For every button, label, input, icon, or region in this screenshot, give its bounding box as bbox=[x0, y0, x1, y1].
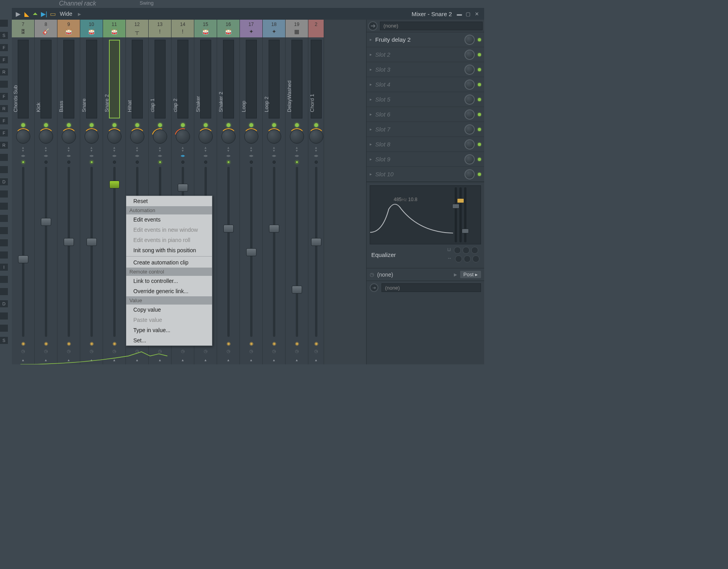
fx-enable-led[interactable] bbox=[478, 173, 481, 176]
input-arrow-icon[interactable]: ➔ bbox=[368, 21, 378, 31]
fx-mix-knob[interactable] bbox=[464, 79, 475, 90]
volume-fader[interactable] bbox=[45, 167, 47, 337]
fx-send-dot[interactable] bbox=[44, 161, 48, 164]
mute-led[interactable] bbox=[181, 123, 185, 127]
stereo-control[interactable]: ▴▾ ◂▸ bbox=[66, 146, 71, 158]
track-10[interactable]: 10 🥁 Snare ▴▾ ◂▸ ◉ ◷ ▴ bbox=[80, 20, 103, 364]
pan-knob[interactable] bbox=[267, 129, 281, 144]
fx-mix-knob[interactable] bbox=[464, 94, 475, 105]
bulb-icon[interactable]: ◉ bbox=[249, 341, 253, 346]
fx-enable-led[interactable] bbox=[478, 98, 481, 101]
volume-fader[interactable] bbox=[68, 167, 70, 337]
mute-led[interactable] bbox=[21, 123, 25, 127]
fx-send-dot[interactable] bbox=[67, 161, 70, 164]
clock-icon[interactable]: ◷ bbox=[227, 349, 230, 354]
eq-knob[interactable] bbox=[464, 255, 471, 262]
stereo-control[interactable]: ▴▾ ◂▸ bbox=[21, 146, 26, 158]
eq-knob[interactable] bbox=[454, 247, 461, 254]
bulb-icon[interactable]: ◉ bbox=[295, 341, 299, 346]
send-arrow-icon[interactable]: ▴ bbox=[205, 358, 206, 362]
fx-send-dot[interactable] bbox=[273, 161, 276, 164]
fx-slot-1[interactable]: ▸ Fruity delay 2 bbox=[367, 32, 484, 47]
bulb-icon[interactable]: ◉ bbox=[90, 341, 94, 346]
fx-slot-5[interactable]: ▸ Slot 5 bbox=[367, 92, 484, 107]
stereo-control[interactable]: ▴▾ ◂▸ bbox=[112, 146, 117, 158]
ctx-init-song[interactable]: Init song with this position bbox=[126, 245, 212, 255]
clock-icon[interactable]: ◷ bbox=[272, 349, 276, 354]
track-header[interactable]: 18 ✦ bbox=[263, 20, 285, 37]
eq-knob[interactable] bbox=[455, 255, 462, 262]
fx-send-dot[interactable] bbox=[90, 161, 93, 164]
mute-led[interactable] bbox=[249, 123, 253, 127]
track-header[interactable]: 14 ! bbox=[171, 20, 194, 37]
wave-icon[interactable]: ◣ bbox=[24, 11, 30, 17]
send-arrow-icon[interactable]: ▴ bbox=[250, 358, 252, 362]
close-button[interactable]: ✕ bbox=[473, 10, 480, 17]
fx-send-dot[interactable] bbox=[113, 161, 116, 164]
ctx-link-controller[interactable]: Link to controller... bbox=[126, 276, 212, 286]
pan-knob[interactable] bbox=[244, 129, 258, 144]
eq-band-sliders[interactable] bbox=[453, 186, 481, 244]
fx-mix-knob[interactable] bbox=[464, 169, 475, 179]
mute-led[interactable] bbox=[158, 123, 162, 127]
volume-fader[interactable] bbox=[22, 167, 24, 337]
clock-icon[interactable]: ◷ bbox=[249, 349, 253, 354]
mute-led[interactable] bbox=[135, 123, 139, 127]
clock-icon[interactable]: ◷ bbox=[112, 349, 116, 354]
send-arrow-icon[interactable]: ▴ bbox=[182, 358, 184, 362]
fx-slot-7[interactable]: ▸ Slot 7 bbox=[367, 122, 484, 137]
send-arrow-icon[interactable]: ▴ bbox=[296, 358, 298, 362]
bulb-icon[interactable]: ◉ bbox=[21, 341, 25, 346]
output-none-label[interactable]: (none) bbox=[377, 272, 451, 278]
play-icon[interactable]: ▶ bbox=[15, 11, 21, 17]
mute-led[interactable] bbox=[295, 123, 299, 127]
minimize-button[interactable]: ▬ bbox=[456, 10, 463, 17]
send-arrow-icon[interactable]: ▴ bbox=[227, 358, 229, 362]
stereo-control[interactable]: ▴▾ ◂▸ bbox=[158, 146, 162, 158]
fx-send-dot[interactable] bbox=[159, 161, 162, 164]
mute-led[interactable] bbox=[227, 123, 230, 127]
eq-knob[interactable] bbox=[471, 247, 478, 254]
track-header[interactable]: 9 🥁 bbox=[57, 20, 80, 37]
stereo-control[interactable]: ▴▾ ◂▸ bbox=[135, 146, 140, 158]
mute-led[interactable] bbox=[314, 123, 318, 127]
pan-knob[interactable] bbox=[176, 129, 190, 144]
post-button[interactable]: Post▸ bbox=[460, 271, 481, 278]
fx-send-dot[interactable] bbox=[250, 161, 253, 164]
mute-led[interactable] bbox=[67, 123, 71, 127]
bulb-icon[interactable]: ◉ bbox=[67, 341, 71, 346]
fx-slot-8[interactable]: ▸ Slot 8 bbox=[367, 137, 484, 152]
fx-enable-led[interactable] bbox=[478, 38, 481, 41]
fx-slot-4[interactable]: ▸ Slot 4 bbox=[367, 77, 484, 92]
fx-send-dot[interactable] bbox=[136, 161, 139, 164]
track-header[interactable]: 10 🥁 bbox=[80, 20, 103, 37]
fx-mix-knob[interactable] bbox=[464, 154, 475, 164]
view-arrow-icon[interactable]: ▸ bbox=[78, 10, 81, 18]
track-header[interactable]: 8 🎸 bbox=[35, 20, 57, 37]
fx-mix-knob[interactable] bbox=[464, 35, 475, 45]
track-header[interactable]: 12 ┬ bbox=[126, 20, 148, 37]
pan-knob[interactable] bbox=[16, 129, 30, 144]
track-header[interactable]: 7 🎛 bbox=[12, 20, 34, 37]
pan-knob[interactable] bbox=[290, 129, 304, 144]
send-arrow-icon[interactable]: ▴ bbox=[315, 358, 317, 362]
fx-mix-knob[interactable] bbox=[464, 139, 475, 150]
fx-mix-knob[interactable] bbox=[464, 109, 475, 120]
pan-knob[interactable] bbox=[221, 129, 236, 144]
fx-send-dot[interactable] bbox=[22, 161, 25, 164]
pan-knob[interactable] bbox=[62, 129, 76, 144]
track-header[interactable]: 11 🥁 bbox=[103, 20, 125, 37]
ctx-edit-events[interactable]: Edit events bbox=[126, 214, 212, 225]
tree-icon[interactable]: ⏶ bbox=[32, 11, 39, 17]
send-arrow-icon[interactable]: ▴ bbox=[22, 358, 24, 362]
track-8[interactable]: 8 🎸 Kick ▴▾ ◂▸ ◉ ◷ ▴ bbox=[35, 20, 57, 364]
clock-icon[interactable]: ◷ bbox=[67, 349, 71, 354]
clock-icon[interactable]: ◷ bbox=[370, 272, 374, 277]
pan-knob[interactable] bbox=[39, 129, 53, 144]
maximize-button[interactable]: ▢ bbox=[464, 10, 472, 17]
output-dropdown[interactable]: (none) bbox=[382, 283, 481, 292]
track-header[interactable]: 17 ✦ bbox=[240, 20, 262, 37]
eq-display[interactable]: 485Hz 10.8 bbox=[370, 185, 481, 244]
clock-icon[interactable]: ◷ bbox=[135, 349, 139, 354]
fx-enable-led[interactable] bbox=[478, 68, 481, 71]
